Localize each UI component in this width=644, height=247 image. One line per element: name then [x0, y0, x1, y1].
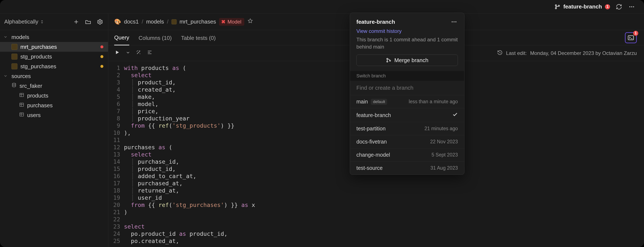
branch-name: feature-branch — [563, 3, 602, 10]
switch-branch-header: Switch branch — [350, 71, 464, 81]
svg-point-1 — [555, 8, 556, 9]
tree-item-users[interactable]: users — [0, 110, 108, 120]
branch-selector[interactable]: feature-branch 1 — [554, 3, 610, 10]
play-icon[interactable] — [114, 49, 120, 57]
more-icon[interactable] — [628, 3, 636, 10]
branch-popover: feature-branch View commit history This … — [350, 13, 464, 175]
tab-query[interactable]: Query — [114, 30, 129, 45]
settings-icon[interactable] — [96, 18, 104, 26]
tab-table-tests[interactable]: Table tests (0) — [181, 31, 216, 45]
svg-point-5 — [633, 6, 634, 7]
svg-rect-15 — [20, 103, 24, 106]
crumb-models[interactable]: models — [146, 18, 164, 25]
tree-item-purchases[interactable]: purchases — [0, 100, 108, 110]
status-dot-yellow — [100, 65, 103, 68]
run-badge: 1 — [633, 31, 638, 36]
model-icon — [12, 63, 18, 69]
svg-point-12 — [99, 21, 101, 23]
table-icon — [19, 92, 24, 99]
tree-item-stg-products[interactable]: stg_products — [0, 52, 108, 61]
view-commit-history-link[interactable]: View commit history — [356, 28, 402, 34]
crumb-file: mrt_purchases — [180, 18, 216, 25]
popover-branch-title: feature-branch — [356, 19, 395, 25]
table-icon — [19, 102, 24, 109]
svg-rect-14 — [20, 93, 24, 97]
popover-more-icon[interactable] — [450, 18, 458, 26]
tree-group-sources[interactable]: sources — [0, 71, 108, 81]
format-icon[interactable] — [147, 50, 152, 57]
model-icon — [12, 54, 18, 60]
tab-columns[interactable]: Columns (10) — [138, 31, 172, 45]
tree-item-mrt-purchases[interactable]: mrt_purchases — [0, 42, 108, 52]
svg-rect-17 — [628, 36, 634, 40]
branch-status-text: This branch is 1 commit ahead and 1 comm… — [356, 36, 458, 50]
svg-point-4 — [631, 6, 632, 7]
model-x-icon: ✖ — [221, 19, 226, 25]
play-dropdown-icon[interactable] — [126, 50, 130, 56]
svg-point-8 — [455, 21, 456, 22]
last-edit-value: Monday, 04 December 2023 by Octavian Zar… — [530, 50, 637, 56]
status-dot-red — [100, 45, 103, 48]
svg-rect-16 — [20, 113, 24, 116]
branch-row-docs-fivetran[interactable]: docs-fivetran 22 Nov 2023 — [350, 135, 464, 148]
tree-group-models[interactable]: models — [0, 32, 108, 42]
database-icon — [12, 83, 16, 89]
model-icon — [12, 44, 18, 50]
svg-point-6 — [452, 21, 453, 22]
check-icon — [452, 112, 458, 119]
tree-item-products[interactable]: products — [0, 91, 108, 100]
svg-point-3 — [629, 6, 630, 7]
svg-point-10 — [387, 61, 388, 62]
branch-row-test-partition[interactable]: test-partition 21 minutes ago — [350, 122, 464, 135]
svg-point-0 — [555, 5, 556, 6]
tree-item-src-faker[interactable]: src_faker — [0, 81, 108, 91]
last-edit-label: Last edit: — [506, 50, 526, 56]
branch-search-input[interactable] — [350, 81, 464, 95]
svg-point-2 — [558, 5, 560, 6]
svg-point-11 — [390, 60, 390, 61]
model-tag: ✖ Model — [219, 18, 244, 26]
new-folder-icon[interactable] — [84, 18, 92, 26]
merge-branch-button[interactable]: Merge branch — [356, 54, 458, 66]
branch-row-change-model[interactable]: change-model 5 Sept 2023 — [350, 148, 464, 161]
magic-wand-icon[interactable] — [136, 50, 141, 57]
star-icon[interactable] — [247, 18, 253, 25]
history-icon[interactable] — [497, 50, 503, 57]
branch-row-test-source[interactable]: test-source 31 Aug 2023 — [350, 161, 464, 175]
branch-badge: 1 — [605, 4, 610, 9]
new-file-icon[interactable] — [72, 18, 80, 26]
run-command-button[interactable]: 1 — [625, 32, 637, 43]
branch-row-main[interactable]: main default less than a minute ago — [350, 95, 464, 108]
project-emoji-icon: 🎨 — [114, 18, 121, 25]
svg-point-9 — [387, 58, 388, 59]
model-icon — [172, 19, 176, 24]
branch-row-feature[interactable]: feature-branch — [350, 108, 464, 122]
tree-item-stg-purchases[interactable]: stg_purchases — [0, 61, 108, 71]
svg-point-7 — [454, 21, 455, 22]
svg-point-13 — [12, 83, 16, 84]
crumb-project[interactable]: docs1 — [124, 18, 138, 25]
sync-icon[interactable] — [615, 3, 623, 10]
line-gutter: 1234567891011121314151617181920212223242… — [108, 64, 124, 247]
status-dot-yellow — [100, 55, 103, 58]
table-icon — [19, 112, 24, 119]
sort-dropdown[interactable]: Alphabetically — [4, 18, 44, 25]
default-badge: default — [371, 99, 387, 105]
